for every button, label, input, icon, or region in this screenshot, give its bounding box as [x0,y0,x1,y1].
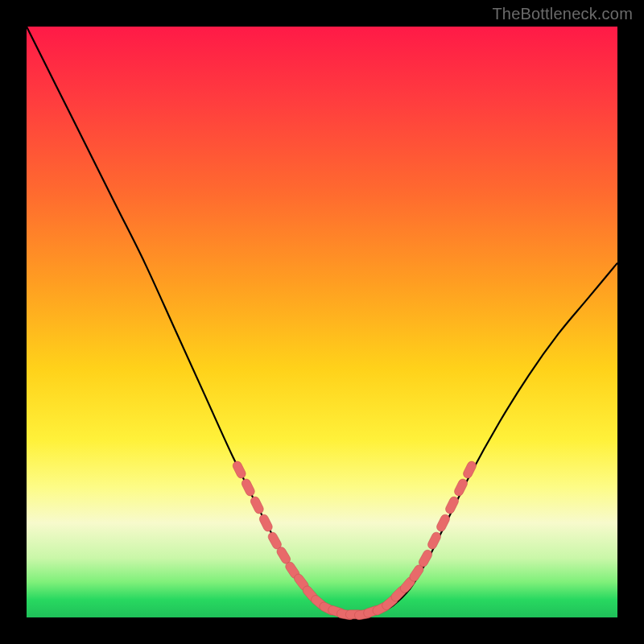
watermark-text: TheBottleneck.com [492,5,633,23]
bottleneck-curve [27,27,617,615]
data-marker [444,495,460,515]
data-marker [462,460,478,480]
data-marker [427,530,443,551]
data-marker [453,477,469,497]
data-marker [258,513,274,533]
data-marker [436,513,452,533]
data-marker [249,495,265,515]
data-marker [240,477,256,497]
data-marker [231,460,247,480]
chart-frame: TheBottleneck.com [0,0,644,644]
marker-group [231,460,477,620]
chart-svg [27,27,617,617]
